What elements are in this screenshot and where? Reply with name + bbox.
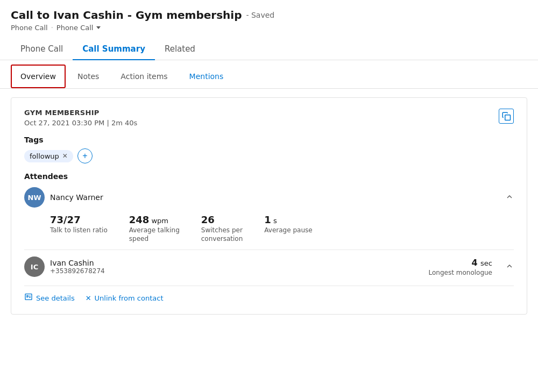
main-tabs: Phone Call Call Summary Related (11, 38, 527, 60)
tag-remove-icon[interactable]: ✕ (62, 152, 68, 160)
attendees-label: Attendees (24, 172, 514, 181)
sub-tabs: Overview Notes Action items Mentions (0, 60, 538, 89)
tag-label: followup (30, 152, 59, 160)
attendee-name-ic: Ivan Cashin (50, 259, 105, 267)
breadcrumb-item-1[interactable]: Phone Call (11, 24, 48, 32)
svg-rect-1 (25, 294, 32, 300)
tab-related[interactable]: Related (155, 39, 205, 60)
see-details-icon (24, 293, 33, 303)
chevron-down-icon (96, 26, 101, 29)
date-line: Oct 27, 2021 03:30 PM | 2m 40s (24, 119, 137, 127)
gym-title: GYM MEMBERSHIP (24, 109, 137, 117)
monologue-unit: sec (480, 259, 492, 267)
attendee-header-ic: IC Ivan Cashin +353892678274 4 sec (24, 256, 514, 277)
avatar-ic: IC (24, 256, 45, 277)
monologue-value: 4 (471, 258, 480, 268)
app-container: Call to Ivan Cashin - Gym membership - S… (0, 0, 538, 392)
copy-button[interactable] (499, 109, 514, 124)
add-tag-button[interactable]: + (77, 148, 93, 163)
attendee-row-ic: IC Ivan Cashin +353892678274 4 sec (24, 256, 514, 277)
svg-point-2 (27, 296, 29, 297)
sub-tab-action-items[interactable]: Action items (111, 65, 177, 88)
stat-label-talk-listen: Talk to listen ratio (50, 226, 108, 235)
tab-phone-call[interactable]: Phone Call (11, 39, 73, 60)
avatar-nw: NW (24, 187, 45, 208)
breadcrumb: Phone Call · Phone Call (11, 24, 527, 32)
breadcrumb-separator: · (51, 24, 53, 32)
stat-talking-speed: 248 wpm Average talkingspeed (129, 214, 180, 243)
stat-value-talk-listen: 73/27 (50, 214, 81, 225)
collapse-ic-button[interactable] (505, 262, 514, 272)
stat-unit-pause: s (271, 217, 277, 225)
collapse-nw-button[interactable] (505, 193, 514, 203)
tab-call-summary[interactable]: Call Summary (73, 39, 155, 60)
stat-label-talking-speed: Average talkingspeed (129, 226, 180, 243)
stat-pause: 1 s Average pause (264, 214, 312, 243)
stat-value-pause: 1 (264, 214, 271, 225)
unlink-contact-button[interactable]: ✕ Unlink from contact (86, 294, 164, 302)
unlink-label: Unlink from contact (95, 294, 164, 302)
stat-talk-listen: 73/27 Talk to listen ratio (50, 214, 108, 243)
main-card: GYM MEMBERSHIP Oct 27, 2021 03:30 PM | 2… (11, 97, 527, 315)
divider (24, 250, 514, 250)
stat-label-switches: Switches perconversation (201, 226, 243, 243)
unlink-icon: ✕ (86, 294, 91, 302)
sub-tab-notes[interactable]: Notes (68, 65, 109, 88)
monologue-label: Longest monologue (429, 269, 492, 276)
stat-unit-wpm: wpm (149, 217, 168, 225)
attendee-left-ic: IC Ivan Cashin +353892678274 (24, 256, 105, 277)
stat-switches: 26 Switches perconversation (201, 214, 243, 243)
card-header: GYM MEMBERSHIP Oct 27, 2021 03:30 PM | 2… (24, 109, 514, 127)
see-details-label: See details (36, 294, 75, 302)
saved-badge: - Saved (246, 11, 274, 19)
attendee-row-nw: NW Nancy Warner 73/27 Talk to listen (24, 187, 514, 243)
tags-label: Tags (24, 136, 514, 144)
svg-rect-0 (505, 115, 511, 120)
footer-actions: See details ✕ Unlink from contact (24, 286, 514, 303)
tags-row: followup ✕ + (24, 148, 514, 163)
attendee-header-nw: NW Nancy Warner (24, 187, 514, 208)
sub-tab-mentions[interactable]: Mentions (180, 65, 233, 88)
attendee-left-nw: NW Nancy Warner (24, 187, 103, 208)
attendee-name-nw: Nancy Warner (50, 193, 103, 202)
see-details-button[interactable]: See details (24, 293, 75, 303)
stat-value-switches: 26 (201, 214, 215, 225)
stat-label-pause: Average pause (264, 226, 312, 235)
content: Overview Notes Action items Mentions GYM… (0, 60, 538, 315)
attendee-phone-ic: +353892678274 (50, 267, 105, 275)
breadcrumb-item-2[interactable]: Phone Call (56, 24, 101, 32)
stat-value-talking-speed: 248 (129, 214, 150, 225)
attendees-section: Attendees NW Nancy Warner (24, 172, 514, 303)
tag-followup: followup ✕ (24, 150, 73, 162)
stats-row-nw: 73/27 Talk to listen ratio 248 wpm Avera… (50, 214, 514, 243)
sub-tab-overview[interactable]: Overview (11, 65, 66, 88)
attendee-right-stats-ic: 4 sec Longest monologue (429, 258, 492, 276)
page-title: Call to Ivan Cashin - Gym membership (11, 9, 242, 22)
header: Call to Ivan Cashin - Gym membership - S… (0, 0, 538, 60)
